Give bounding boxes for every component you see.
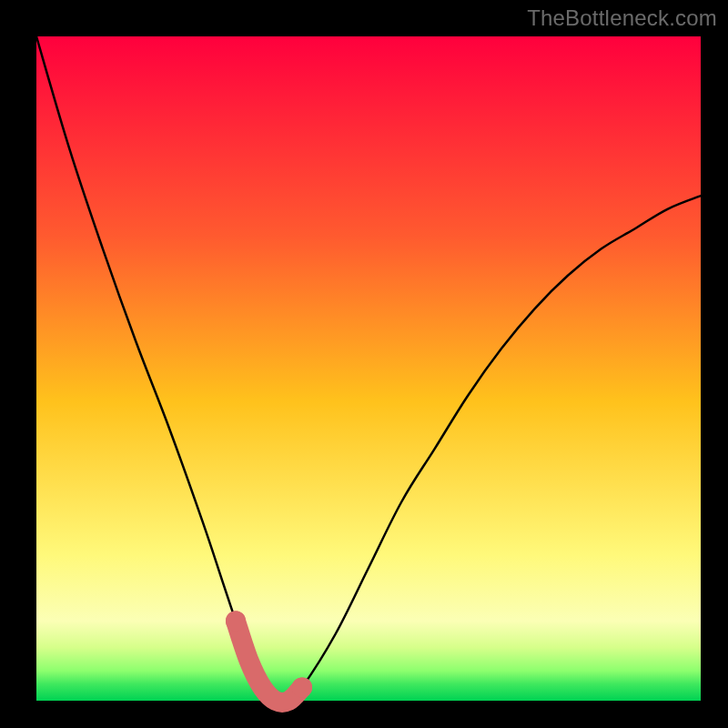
bottleneck-chart bbox=[0, 0, 728, 728]
highlight-end-cap bbox=[292, 677, 312, 697]
highlight-start-cap bbox=[226, 611, 246, 631]
watermark-text: TheBottleneck.com bbox=[527, 5, 717, 31]
plot-background bbox=[36, 36, 701, 701]
outer-frame: TheBottleneck.com bbox=[0, 0, 728, 728]
